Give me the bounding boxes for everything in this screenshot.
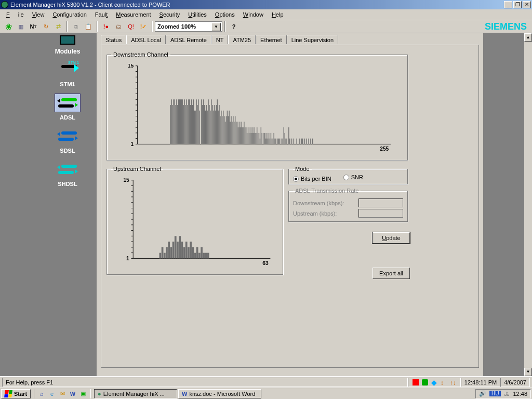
rate-up-value — [358, 209, 403, 218]
svg-rect-130 — [284, 127, 284, 144]
mode-bits-radio[interactable]: Bits per BIN — [293, 176, 331, 182]
svg-rect-123 — [274, 139, 275, 144]
svg-rect-86 — [237, 122, 237, 144]
content-panel: StatusADSL LocalADSL RemoteNTATM25Ethern… — [97, 33, 483, 376]
svg-rect-107 — [258, 133, 258, 144]
ql-word-icon[interactable]: W — [69, 390, 77, 398]
help-icon[interactable]: ? — [228, 21, 240, 32]
export-button[interactable]: Export all — [373, 268, 410, 279]
downstream-group: Downstream Channel 115255 — [107, 51, 408, 161]
svg-rect-139 — [299, 139, 300, 144]
module-shdsl[interactable]: SHDSL — [55, 160, 81, 187]
svg-rect-68 — [219, 105, 219, 144]
tab-line-supervision[interactable]: Line Supervision — [287, 35, 338, 44]
scroll-up-icon[interactable]: ▲ — [524, 33, 532, 42]
svg-rect-117 — [269, 133, 269, 144]
book-icon[interactable]: 🗂 — [113, 21, 124, 32]
vertical-scrollbar[interactable]: ▲ ▼ — [524, 33, 532, 376]
start-button[interactable]: Start — [1, 389, 31, 398]
svg-rect-103 — [254, 127, 254, 144]
tab-status[interactable]: Status — [101, 35, 126, 44]
tab-nt[interactable]: NT — [211, 35, 229, 44]
ql-player-icon[interactable]: ▣ — [79, 390, 87, 398]
menu-help[interactable]: Help — [268, 10, 288, 19]
svg-rect-76 — [227, 111, 228, 144]
tab-atm25[interactable]: ATM25 — [228, 35, 256, 44]
svg-rect-88 — [239, 122, 240, 144]
tab-adsl-remote[interactable]: ADSL Remote — [166, 35, 211, 44]
menu-configuration[interactable]: Configuration — [48, 10, 90, 19]
scroll-down-icon[interactable]: ▼ — [524, 368, 532, 376]
tray-network-icon[interactable]: 🖧 — [504, 391, 510, 397]
rate-down-value — [358, 198, 403, 207]
downstream-legend: Downstream Channel — [111, 51, 170, 58]
svg-rect-90 — [241, 122, 241, 144]
svg-text:255: 255 — [380, 146, 389, 152]
menu-file[interactable]: File — [2, 10, 28, 19]
grid-icon[interactable]: ▦ — [15, 21, 26, 32]
tray-volume-icon[interactable]: 🔊 — [479, 390, 486, 397]
menu-view[interactable]: View — [28, 10, 49, 19]
menu-options[interactable]: Options — [211, 10, 239, 19]
restore-button[interactable]: ❐ — [513, 1, 522, 8]
system-tray[interactable]: 🔊 HU 🖧 12:48 — [475, 389, 531, 398]
svg-rect-118 — [270, 139, 270, 144]
menu-fault[interactable]: Fault — [91, 10, 112, 19]
nt-icon[interactable]: NT — [28, 21, 39, 32]
alert-orange-icon[interactable]: !✓ — [138, 21, 149, 32]
tab-adsl-local[interactable]: ADSL Local — [126, 35, 166, 44]
svg-rect-67 — [218, 111, 218, 144]
alert-red-icon[interactable]: !● — [100, 21, 112, 32]
svg-rect-111 — [262, 133, 262, 144]
module-adsl[interactable]: ADSL — [55, 94, 81, 121]
mode-snr-radio[interactable]: SNR — [343, 174, 363, 180]
menu-measurement[interactable]: Measurement — [112, 10, 155, 19]
svg-rect-104 — [255, 133, 255, 144]
svg-rect-40 — [190, 105, 191, 144]
svg-rect-170 — [166, 247, 168, 259]
svg-rect-169 — [164, 253, 166, 259]
svg-rect-143 — [307, 139, 307, 144]
tree-icon[interactable]: ❀ — [3, 21, 14, 32]
svg-rect-63 — [214, 105, 215, 144]
task-element[interactable]: ●Element Manager hiX ... — [94, 389, 177, 398]
svg-rect-61 — [212, 105, 212, 144]
menu-security[interactable]: Security — [155, 10, 184, 19]
close-button[interactable]: ✕ — [523, 1, 531, 8]
tray-clock: 12:48 — [513, 391, 527, 397]
ql-outlook-icon[interactable]: ✉ — [58, 390, 66, 398]
search-alert-icon[interactable]: Q! — [125, 21, 137, 32]
minimize-button[interactable]: _ — [504, 1, 512, 8]
svg-rect-26 — [176, 99, 177, 144]
module-label: SDSL — [60, 148, 75, 154]
transfer-icon[interactable]: ⇄ — [52, 21, 64, 32]
svg-rect-189 — [207, 253, 209, 259]
svg-rect-128 — [282, 139, 282, 144]
svg-rect-127 — [280, 139, 280, 144]
paste-icon[interactable]: 📋 — [83, 21, 94, 32]
module-sdsl[interactable]: SDSL — [55, 127, 81, 154]
svg-rect-23 — [173, 99, 174, 144]
zoom-select[interactable]: Zoomed 100% — [155, 21, 222, 32]
menu-window[interactable]: Window — [239, 10, 268, 19]
svg-rect-31 — [181, 99, 182, 144]
ql-ie-icon[interactable]: e — [48, 390, 56, 398]
svg-rect-102 — [252, 133, 253, 144]
update-button[interactable]: Update — [373, 232, 410, 244]
module-stm1[interactable]: STM-1 STM1 — [55, 60, 81, 87]
copy-icon[interactable]: ⧉ — [70, 21, 82, 32]
svg-rect-182 — [192, 247, 194, 259]
ql-desktop-icon[interactable]: ⌂ — [37, 390, 46, 398]
svg-rect-168 — [162, 247, 164, 259]
task-krisz.doc[interactable]: Wkrisz.doc - Microsoft Word — [178, 389, 261, 398]
svg-rect-125 — [277, 139, 278, 144]
refresh-icon[interactable]: ↻ — [40, 21, 51, 32]
svg-rect-58 — [209, 105, 209, 144]
tab-ethernet[interactable]: Ethernet — [256, 35, 287, 44]
menu-utilities[interactable]: Utilities — [184, 10, 210, 19]
led-red-icon — [413, 379, 419, 385]
svg-rect-116 — [268, 139, 268, 144]
svg-rect-70 — [221, 111, 221, 144]
tray-lang[interactable]: HU — [489, 391, 501, 396]
svg-rect-100 — [250, 133, 251, 144]
